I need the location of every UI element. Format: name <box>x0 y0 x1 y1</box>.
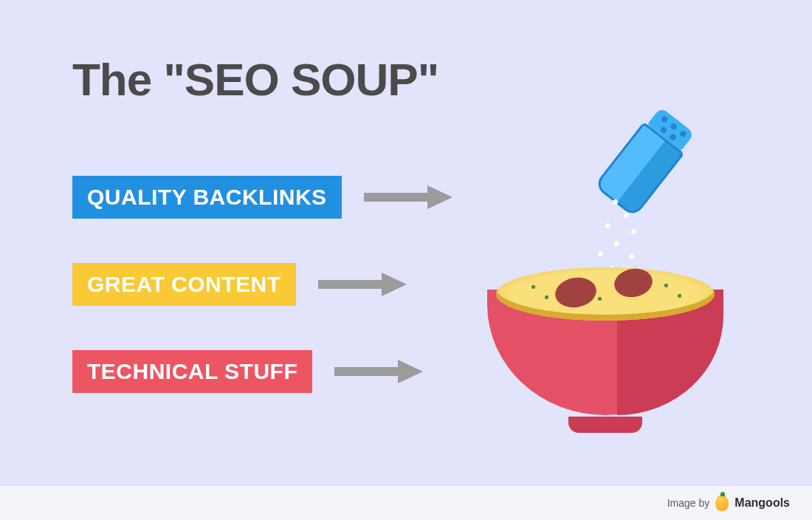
arrow-icon <box>318 273 407 296</box>
label-content: GREAT CONTENT <box>72 263 296 306</box>
label-row-content: GREAT CONTENT <box>72 263 453 306</box>
label-technical: TECHNICAL STUFF <box>72 350 312 393</box>
label-row-backlinks: QUALITY BACKLINKS <box>72 176 453 219</box>
svg-rect-4 <box>334 367 401 376</box>
page-title: The "SEO SOUP" <box>72 53 438 106</box>
label-backlinks: QUALITY BACKLINKS <box>72 176 342 219</box>
svg-marker-1 <box>427 185 453 209</box>
svg-marker-5 <box>398 360 423 383</box>
mangools-logo-icon <box>715 495 729 511</box>
salt-shaker-icon <box>593 104 698 217</box>
label-row-technical: TECHNICAL STUFF <box>72 350 453 393</box>
svg-marker-3 <box>382 273 407 296</box>
arrow-icon <box>334 360 423 383</box>
attribution-footer: Image by Mangools <box>0 486 812 520</box>
arrow-icon <box>364 185 453 209</box>
attribution-brand: Mangools <box>734 496 790 510</box>
attribution-prefix: Image by <box>667 497 710 509</box>
seo-soup-illustration <box>458 118 775 458</box>
svg-rect-0 <box>364 193 430 202</box>
label-column: QUALITY BACKLINKS GREAT CONTENT TECHNICA… <box>72 176 453 393</box>
soup-bowl-icon <box>487 281 723 428</box>
svg-rect-2 <box>318 280 385 289</box>
